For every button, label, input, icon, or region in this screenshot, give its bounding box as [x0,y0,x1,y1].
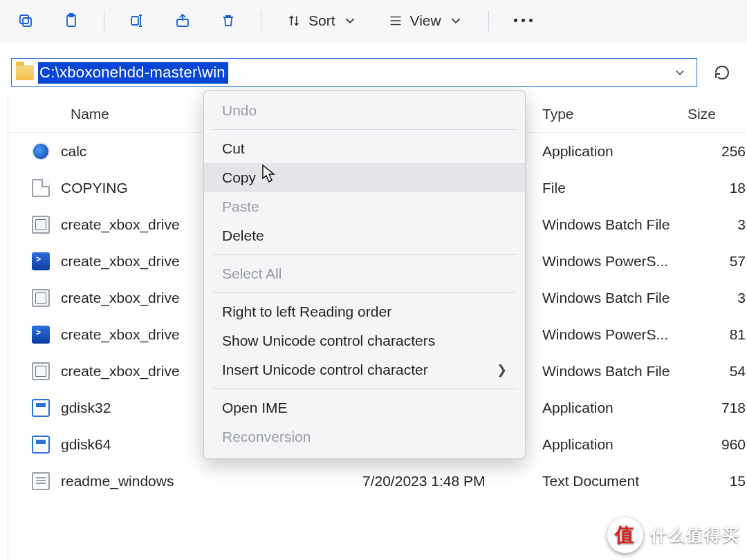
file-type: Application [542,400,688,416]
ctx-rtl[interactable]: Right to left Reading order [204,297,525,326]
ctx-copy[interactable]: Copy [204,163,525,192]
view-icon [388,13,403,28]
file-type: File [542,180,688,196]
file-size: 960 [688,436,747,453]
nav-pane-edge [0,95,8,560]
address-path[interactable]: C:\xboxonehdd-master\win [38,62,228,84]
svg-rect-4 [131,17,138,25]
watermark-badge: 值 [607,517,643,553]
file-type: Text Document [542,473,688,489]
column-size[interactable]: Size [688,106,747,122]
file-icon [8,326,58,344]
address-bar[interactable]: C:\xboxonehdd-master\win [11,58,697,87]
view-label: View [410,12,441,29]
ctx-reconversion: Reconversion [204,422,525,451]
file-type: Windows Batch File [542,216,688,233]
ctx-cut[interactable]: Cut [204,134,525,163]
file-type: Application [542,143,688,160]
file-icon [8,472,58,490]
file-size: 15 [688,473,747,489]
file-type: Windows PowerS... [542,326,688,343]
sort-icon [286,13,302,28]
file-type: Windows Batch File [542,290,688,306]
svg-rect-1 [23,18,31,26]
file-icon [8,179,58,197]
address-row: C:\xboxonehdd-master\win [0,41,747,95]
file-icon [8,142,58,160]
watermark-text: 什么值得买 [650,524,740,546]
file-size: 57 [688,253,747,270]
chevron-down-icon [342,13,358,28]
file-type: Windows Batch File [542,363,688,380]
command-bar: Sort View [0,0,747,41]
file-size: 256 [688,143,747,160]
file-type: Application [542,436,688,453]
file-icon [8,399,58,417]
paste-icon[interactable] [58,8,84,34]
ctx-open-ime[interactable]: Open IME [204,393,525,422]
more-button[interactable] [508,19,538,22]
ctx-paste: Paste [204,192,525,221]
ctx-delete[interactable]: Delete [204,221,525,250]
new-tab-icon[interactable] [12,8,39,34]
file-size: 718 [688,400,747,416]
file-icon [8,362,58,380]
sort-label: Sort [308,12,335,29]
ctx-undo: Undo [204,96,525,125]
watermark: 值 什么值得买 [607,517,740,553]
file-icon [8,289,58,307]
toolbar-separator [104,10,104,31]
file-icon [8,216,58,234]
ctx-insert-unicode-label: Insert Unicode control character [222,362,428,378]
context-menu: Undo Cut Copy Paste Delete Select All Ri… [203,90,526,459]
address-history-button[interactable] [666,59,694,86]
file-type: Windows PowerS... [542,253,688,270]
toolbar-separator [261,10,261,31]
file-row[interactable]: readme_windows7/20/2023 1:48 PMText Docu… [8,463,747,499]
submenu-arrow-icon: ❯ [497,362,507,377]
svg-rect-0 [20,15,28,24]
sort-button[interactable]: Sort [281,10,363,32]
rename-icon[interactable] [124,8,150,34]
column-type[interactable]: Type [542,106,688,122]
toolbar-separator [488,10,489,31]
ctx-select-all: Select All [204,259,525,288]
delete-icon[interactable] [215,8,241,34]
file-name: readme_windows [58,473,362,489]
ctx-show-unicode[interactable]: Show Unicode control characters [204,326,525,355]
file-size: 3 [688,216,747,233]
file-size: 3 [688,290,747,306]
folder-icon [16,65,34,80]
refresh-button[interactable] [708,58,736,87]
share-icon[interactable] [169,8,196,34]
file-size: 54 [688,363,747,380]
ctx-insert-unicode[interactable]: Insert Unicode control character ❯ [204,355,525,384]
chevron-down-icon [448,13,463,28]
view-button[interactable]: View [382,10,469,32]
file-size: 81 [688,326,747,343]
file-size: 18 [688,180,747,196]
file-date: 7/20/2023 1:48 PM [362,473,542,489]
file-icon [8,252,58,270]
file-icon [8,436,58,454]
